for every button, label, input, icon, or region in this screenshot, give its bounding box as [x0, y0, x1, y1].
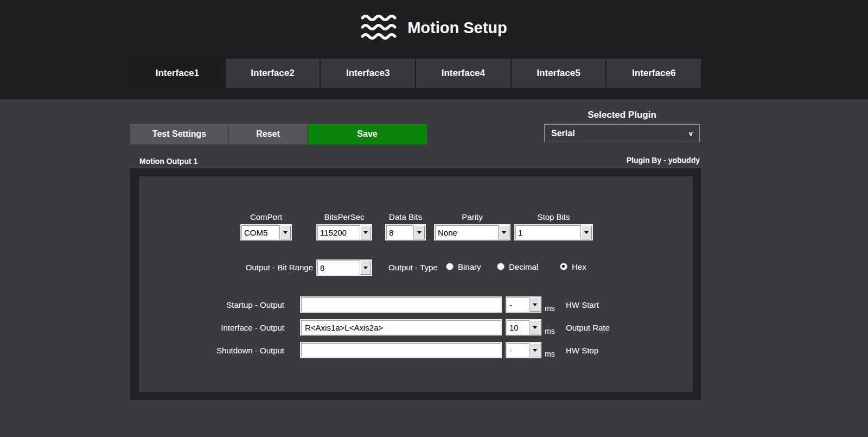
dropdown-arrow-icon[interactable]: [529, 343, 540, 357]
radio-decimal-label: Decimal: [509, 262, 538, 271]
dropdown-arrow-icon[interactable]: [529, 297, 540, 312]
motion-output-panel-inner: [139, 176, 693, 392]
shutdown-delay-select[interactable]: -: [506, 342, 541, 358]
bit-range-select[interactable]: 8: [316, 259, 372, 276]
plugin-select-value: Serial: [551, 129, 575, 138]
startup-delay-value: -: [509, 300, 512, 309]
startup-output-label: Startup - Output: [184, 300, 284, 309]
databits-value: 8: [389, 228, 393, 237]
comport-select[interactable]: COM5: [240, 224, 292, 240]
comport-label: ComPort: [240, 212, 292, 222]
reset-button[interactable]: Reset: [229, 124, 307, 144]
stopbits-value: 1: [518, 228, 522, 237]
dropdown-arrow-icon[interactable]: [498, 225, 509, 239]
hw-start-label: HW Start: [566, 300, 599, 309]
bit-range-value: 8: [320, 263, 324, 273]
bitspersec-label: BitsPerSec: [316, 212, 372, 222]
comport-value: COM5: [244, 228, 267, 237]
selected-plugin-label: Selected Plugin: [544, 110, 700, 121]
hw-stop-label: HW Stop: [566, 346, 598, 355]
parity-label: Parity: [434, 212, 510, 222]
tab-interface2[interactable]: Interface2: [226, 59, 320, 88]
output-rate-label: Output Rate: [566, 323, 610, 332]
databits-select[interactable]: 8: [385, 224, 426, 240]
ms-label: ms: [545, 327, 555, 335]
bitspersec-select[interactable]: 115200: [316, 224, 372, 240]
tab-bar: Interface1 Interface2 Interface3 Interfa…: [130, 59, 701, 88]
dropdown-arrow-icon[interactable]: [413, 225, 425, 239]
radio-circle-icon: [560, 263, 567, 270]
shutdown-output-label: Shutdown - Output: [184, 346, 284, 355]
brand: Motion Setup: [0, 11, 868, 45]
bit-range-label: Output - Bit Range: [228, 263, 313, 272]
dropdown-arrow-icon[interactable]: [360, 225, 371, 239]
interface-output-input[interactable]: [300, 319, 502, 335]
bitspersec-value: 115200: [320, 228, 347, 237]
header: Motion Setup Interface1 Interface2 Inter…: [0, 0, 868, 99]
output-type-label: Output - Type: [388, 263, 438, 272]
tab-interface5[interactable]: Interface5: [512, 59, 606, 88]
page-title: Motion Setup: [407, 19, 507, 37]
dropdown-arrow-icon[interactable]: [529, 320, 540, 334]
waves-icon: [361, 14, 397, 42]
ms-label: ms: [545, 304, 555, 313]
plugin-select[interactable]: Serial v: [544, 124, 700, 142]
shutdown-delay-value: -: [509, 346, 512, 355]
tab-interface3[interactable]: Interface3: [321, 59, 415, 88]
parity-select[interactable]: None: [434, 224, 510, 240]
interface-output-label: Interface - Output: [184, 323, 284, 332]
chevron-down-icon: v: [689, 129, 693, 137]
radio-binary-label: Binary: [458, 262, 481, 271]
dropdown-arrow-icon[interactable]: [580, 225, 592, 239]
startup-output-input[interactable]: [300, 296, 502, 313]
stopbits-label: Stop Bits: [514, 212, 593, 222]
ms-label: ms: [545, 350, 555, 358]
tab-interface6[interactable]: Interface6: [607, 59, 701, 88]
test-settings-button[interactable]: Test Settings: [130, 124, 228, 144]
motion-output-panel: [130, 168, 701, 400]
plugin-byline: Plugin By - yobuddy: [544, 156, 700, 164]
output-rate-select[interactable]: 10: [506, 319, 541, 335]
stopbits-select[interactable]: 1: [514, 224, 593, 240]
parity-value: None: [438, 228, 457, 237]
radio-decimal[interactable]: Decimal: [497, 261, 538, 272]
radio-hex-label: Hex: [572, 262, 586, 271]
tab-interface1[interactable]: Interface1: [130, 59, 225, 88]
databits-label: Data Bits: [385, 212, 426, 222]
startup-delay-select[interactable]: -: [506, 296, 541, 313]
radio-circle-icon: [446, 263, 454, 270]
dropdown-arrow-icon[interactable]: [360, 261, 371, 275]
radio-binary[interactable]: Binary: [446, 261, 481, 272]
output-rate-value: 10: [509, 323, 519, 332]
shutdown-output-input[interactable]: [300, 342, 502, 358]
tab-interface4[interactable]: Interface4: [416, 59, 510, 88]
radio-hex[interactable]: Hex: [560, 261, 586, 272]
motion-output-title: Motion Output 1: [139, 157, 197, 166]
save-button[interactable]: Save: [308, 124, 427, 144]
dropdown-arrow-icon[interactable]: [279, 225, 291, 239]
radio-circle-icon: [497, 263, 505, 270]
